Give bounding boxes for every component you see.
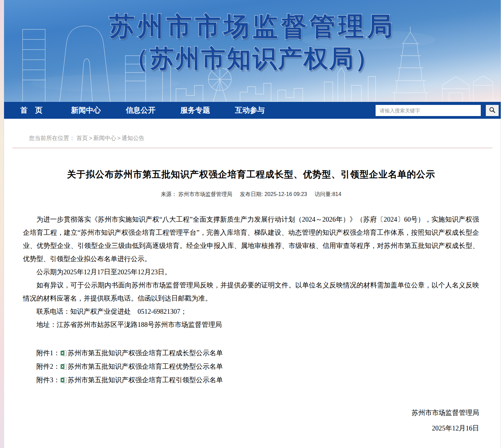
attachment-label: 附件1： bbox=[36, 349, 60, 357]
dotted-divider bbox=[12, 148, 492, 148]
attachment-link-advantage-list[interactable]: 苏州市第五批知识产权强企培育工程优势型公示名单 bbox=[68, 363, 223, 370]
search-button[interactable] bbox=[486, 105, 499, 116]
article-body: 为进一步贯彻落实《苏州市实施知识产权“八大工程”全面支撑新质生产力发展行动计划（… bbox=[23, 213, 479, 331]
breadcrumb-item-home[interactable]: 首页 bbox=[77, 135, 88, 141]
attachment-row: 附件2：苏州市第五批知识产权强企培育工程优势型公示名单 bbox=[23, 360, 479, 373]
meta-source: 来源： 苏州市市场监督管理局 bbox=[161, 191, 232, 197]
search-bar bbox=[376, 105, 501, 116]
nav-item-home[interactable]: 首 页 bbox=[4, 105, 59, 115]
main-nav: 首 页 新闻中心 信息公开 服务专题 互动参与 bbox=[4, 102, 501, 119]
paragraph-contact-phone: 联系电话：知识产权产业促进处 0512-69821307； bbox=[23, 305, 479, 318]
paragraph-publicity-period: 公示期为2025年12月17日至2025年12月23日。 bbox=[23, 265, 479, 279]
breadcrumb-item-notices[interactable]: 通知公告 bbox=[122, 135, 145, 141]
meta-publish-date: 发布日期: 2025-12-16 09:23 bbox=[240, 191, 307, 197]
excel-file-icon bbox=[60, 376, 68, 384]
paragraph-address: 地址：江苏省苏州市姑苏区平泷路188号苏州市市场监督管理局 bbox=[23, 318, 479, 331]
paragraph-intro: 为进一步贯彻落实《苏州市实施知识产权“八大工程”全面支撑新质生产力发展行动计划（… bbox=[23, 213, 479, 265]
nav-item-info-disclosure[interactable]: 信息公开 bbox=[113, 105, 168, 115]
breadcrumb-separator: > bbox=[117, 135, 121, 141]
article-title: 关于拟公布苏州市第五批知识产权强企培育工程成长型、优势型、引领型企业名单的公示 bbox=[23, 168, 479, 180]
attachment-label: 附件3： bbox=[36, 376, 60, 384]
excel-file-icon bbox=[60, 363, 68, 370]
breadcrumb-item-news[interactable]: 新闻中心 bbox=[93, 135, 116, 141]
nav-item-news[interactable]: 新闻中心 bbox=[59, 105, 113, 115]
nav-item-service-topics[interactable]: 服务专题 bbox=[168, 105, 223, 115]
site-title: 苏州市市场监督管理局 bbox=[4, 10, 501, 43]
breadcrumb-separator: > bbox=[89, 135, 92, 141]
meta-view-count: 访问量:814 bbox=[315, 191, 341, 197]
attachment-row: 附件3：苏州市第五批知识产权强企培育工程引领型公示名单 bbox=[23, 373, 479, 387]
excel-file-icon bbox=[60, 349, 68, 357]
attachment-list: 附件1：苏州市第五批知识产权强企培育工程成长型公示名单 附件2：苏州市第五批知识… bbox=[23, 346, 479, 387]
signature-block: 苏州市市场监督管理局 2025年12月16日 bbox=[23, 405, 479, 436]
signature-org: 苏州市市场监督管理局 bbox=[23, 405, 479, 420]
site-subtitle: （苏州市知识产权局） bbox=[4, 43, 501, 74]
article-meta: 来源： 苏州市市场监督管理局 发布日期: 2025-12-16 09:23 访问… bbox=[23, 191, 479, 198]
breadcrumb-prefix: 您当前所在位置： bbox=[29, 135, 75, 141]
attachment-link-leading-list[interactable]: 苏州市第五批知识产权强企培育工程引领型公示名单 bbox=[68, 376, 223, 384]
page-container: 苏州市市场监督管理局 （苏州市知识产权局） 首 页 新闻中心 信息公开 服务专题… bbox=[4, 0, 501, 448]
search-icon bbox=[489, 107, 496, 114]
nav-item-interaction[interactable]: 互动参与 bbox=[223, 105, 277, 115]
attachment-link-growth-list[interactable]: 苏州市第五批知识产权强企培育工程成长型公示名单 bbox=[68, 349, 223, 357]
article: 关于拟公布苏州市第五批知识产权强企培育工程成长型、优势型、引领型企业名单的公示 … bbox=[4, 168, 501, 448]
paragraph-objection: 如有异议，可于公示期内书面向苏州市市场监督管理局反映，并提供必要的证明文件。以单… bbox=[23, 279, 479, 305]
attachment-label: 附件2： bbox=[36, 363, 60, 370]
breadcrumb: 您当前所在位置： 首页>新闻中心>通知公告 bbox=[29, 134, 501, 142]
attachment-row: 附件1：苏州市第五批知识产权强企培育工程成长型公示名单 bbox=[23, 346, 479, 360]
site-banner: 苏州市市场监督管理局 （苏州市知识产权局） bbox=[4, 0, 501, 102]
signature-date: 2025年12月16日 bbox=[23, 420, 479, 436]
site-title-block: 苏州市市场监督管理局 （苏州市知识产权局） bbox=[4, 10, 501, 74]
search-input[interactable] bbox=[376, 105, 481, 116]
